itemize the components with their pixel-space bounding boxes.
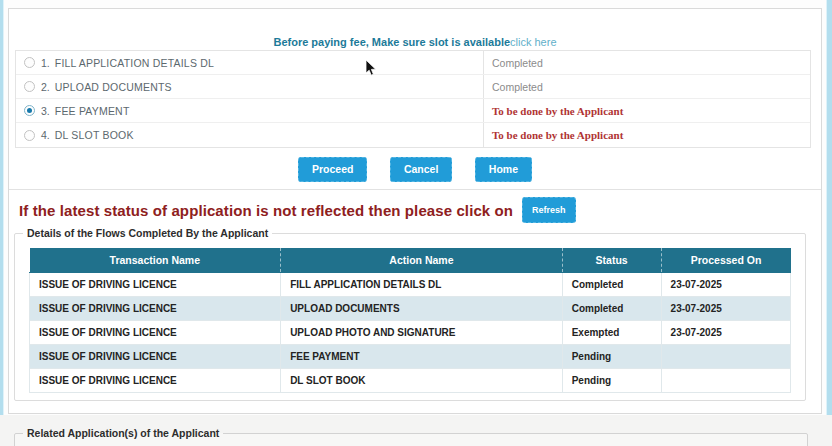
step2-number: 2. [41, 81, 50, 93]
page-edge-right [826, 0, 832, 446]
step2-label: UPLOAD DOCUMENTS [55, 81, 172, 93]
header-transaction-name: Transaction Name [30, 248, 281, 273]
related-applications-fieldset: Related Application(s) of the Applicant [14, 427, 808, 446]
refresh-status-line: If the latest status of application is n… [19, 197, 576, 223]
fee-slot-notice: Before paying fee, Make sure slot is ava… [9, 36, 821, 48]
step-row-dl-slot-book[interactable]: 4. DL SLOT BOOK To be done by the Applic… [16, 123, 810, 147]
step-row-fee-payment[interactable]: 3. FEE PAYMENT To be done by the Applica… [16, 99, 810, 123]
cell-status: Pending [562, 345, 661, 369]
table-row: ISSUE OF DRIVING LICENCE FILL APPLICATIO… [30, 273, 791, 297]
step4-radio[interactable] [24, 130, 35, 141]
cell-processed-on: 23-07-2025 [661, 321, 790, 345]
step4-number: 4. [41, 129, 50, 141]
action-buttons: Proceed Cancel Home [9, 157, 821, 182]
table-row: ISSUE OF DRIVING LICENCE UPLOAD DOCUMENT… [30, 297, 791, 321]
related-applications-section: Related Application(s) of the Applicant [0, 415, 832, 446]
cell-transaction: ISSUE OF DRIVING LICENCE [30, 345, 281, 369]
table-row: ISSUE OF DRIVING LICENCE DL SLOT BOOK Pe… [30, 369, 791, 393]
cell-action: DL SLOT BOOK [281, 369, 563, 393]
step1-status: Completed [492, 57, 543, 69]
step3-label: FEE PAYMENT [55, 105, 130, 117]
cell-status: Exempted [562, 321, 661, 345]
cell-processed-on: 23-07-2025 [661, 273, 790, 297]
cell-processed-on [661, 345, 790, 369]
cell-action: FEE PAYMENT [281, 345, 563, 369]
step-row-fill-application[interactable]: 1. FILL APPLICATION DETAILS DL Completed [16, 51, 810, 75]
refresh-button[interactable]: Refresh [522, 197, 576, 223]
flows-fieldset: Details of the Flows Completed By the Ap… [14, 227, 806, 401]
proceed-button[interactable]: Proceed [298, 157, 367, 182]
table-row: ISSUE OF DRIVING LICENCE FEE PAYMENT Pen… [30, 345, 791, 369]
cell-processed-on [661, 369, 790, 393]
refresh-status-text: If the latest status of application is n… [19, 202, 513, 219]
header-status: Status [562, 248, 661, 273]
cell-transaction: ISSUE OF DRIVING LICENCE [30, 369, 281, 393]
cell-status: Completed [562, 273, 661, 297]
flows-table: Transaction Name Action Name Status Proc… [29, 248, 791, 393]
application-status-page: Before paying fee, Make sure slot is ava… [0, 0, 832, 446]
page-edge-left [0, 0, 4, 446]
cell-action: UPLOAD PHOTO AND SIGNATURE [281, 321, 563, 345]
cell-status: Completed [562, 297, 661, 321]
flows-table-header-row: Transaction Name Action Name Status Proc… [30, 248, 791, 273]
fee-slot-notice-text: Before paying fee, Make sure slot is ava… [273, 36, 510, 48]
step3-radio-selected[interactable] [24, 105, 35, 116]
step1-label: FILL APPLICATION DETAILS DL [55, 57, 214, 69]
application-panel: Before paying fee, Make sure slot is ava… [8, 8, 822, 414]
cell-transaction: ISSUE OF DRIVING LICENCE [30, 321, 281, 345]
step2-status: Completed [492, 81, 543, 93]
home-button[interactable]: Home [475, 157, 532, 182]
step4-label: DL SLOT BOOK [55, 129, 134, 141]
header-processed-on: Processed On [661, 248, 790, 273]
cell-transaction: ISSUE OF DRIVING LICENCE [30, 297, 281, 321]
section-divider [9, 189, 821, 190]
header-action-name: Action Name [281, 248, 563, 273]
cancel-button[interactable]: Cancel [390, 157, 452, 182]
step-row-upload-documents[interactable]: 2. UPLOAD DOCUMENTS Completed [16, 75, 810, 99]
slot-availability-link[interactable]: click here [510, 36, 556, 48]
application-steps-table: 1. FILL APPLICATION DETAILS DL Completed… [15, 50, 811, 148]
cell-action: UPLOAD DOCUMENTS [281, 297, 563, 321]
step1-number: 1. [41, 57, 50, 69]
table-row: ISSUE OF DRIVING LICENCE UPLOAD PHOTO AN… [30, 321, 791, 345]
cell-transaction: ISSUE OF DRIVING LICENCE [30, 273, 281, 297]
flows-fieldset-legend: Details of the Flows Completed By the Ap… [23, 227, 272, 239]
step3-status: To be done by the Applicant [492, 105, 623, 117]
cell-status: Pending [562, 369, 661, 393]
step1-radio[interactable] [24, 57, 35, 68]
related-applications-legend: Related Application(s) of the Applicant [23, 427, 223, 439]
step2-radio[interactable] [24, 81, 35, 92]
cell-action: FILL APPLICATION DETAILS DL [281, 273, 563, 297]
step4-status: To be done by the Applicant [492, 129, 623, 141]
cell-processed-on: 23-07-2025 [661, 297, 790, 321]
step3-number: 3. [41, 105, 50, 117]
